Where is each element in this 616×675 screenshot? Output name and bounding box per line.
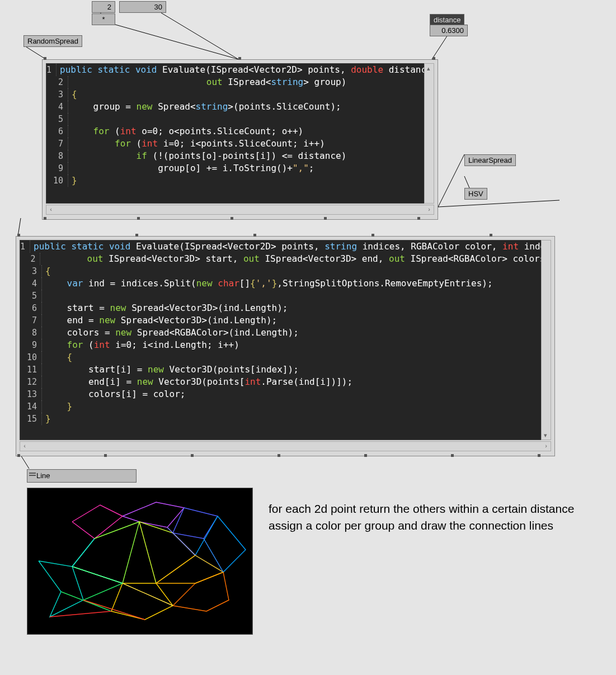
menu-icon[interactable]: [29, 473, 36, 478]
line-inlets: [29, 482, 135, 484]
svg-line-6: [464, 176, 469, 188]
node-line[interactable]: Line: [27, 469, 137, 483]
svg-line-15: [167, 527, 195, 555]
iobox-value-distance[interactable]: 0.6300: [430, 25, 468, 36]
iobox-value-30[interactable]: 30: [119, 1, 166, 13]
scroll-right-icon[interactable]: ›: [542, 442, 551, 450]
svg-line-9: [21, 455, 29, 469]
svg-line-2: [161, 13, 238, 59]
svg-line-4: [432, 35, 448, 59]
scrollbar-vertical-2[interactable]: ▾: [541, 240, 551, 440]
svg-line-1: [111, 23, 238, 59]
scroll-down-icon[interactable]: ▾: [542, 431, 549, 440]
iobox-multiply[interactable]: *: [92, 13, 115, 25]
renderer-svg: [27, 488, 252, 634]
renderer-outlets: [29, 634, 250, 636]
svg-line-13: [72, 567, 123, 583]
svg-line-11: [83, 600, 145, 620]
code2-outlets: [17, 454, 552, 456]
svg-line-16: [204, 539, 223, 572]
code-editor-2[interactable]: 1public static void Evaluate(ISpread<Vec…: [20, 240, 551, 440]
scroll-left-icon[interactable]: ‹: [20, 442, 29, 450]
node-randomspread[interactable]: RandomSpread: [23, 35, 82, 47]
code-node-2[interactable]: 1public static void Evaluate(ISpread<Vec…: [16, 236, 555, 456]
scroll-right-icon[interactable]: ›: [425, 205, 434, 213]
code1-inlets: [44, 57, 435, 59]
scrollbar-horizontal[interactable]: ‹›: [46, 205, 434, 215]
code-node-1[interactable]: 1public static void Evaluate(ISpread<Vec…: [42, 59, 438, 220]
node-hsv[interactable]: HSV: [464, 188, 487, 200]
description-text: for each 2d point return the others with…: [269, 501, 582, 534]
renderer-output[interactable]: [27, 488, 253, 635]
code1-outlets: [44, 217, 435, 219]
scroll-left-icon[interactable]: ‹: [46, 205, 55, 213]
node-linearspread[interactable]: LinearSpread: [464, 154, 516, 166]
scroll-up-icon[interactable]: ▴: [425, 64, 432, 73]
code-editor-1[interactable]: 1public static void Evaluate(ISpread<Vec…: [46, 63, 434, 204]
iobox-value-2[interactable]: 2: [92, 1, 115, 13]
svg-line-3: [26, 47, 46, 59]
scrollbar-horizontal-2[interactable]: ‹›: [20, 441, 551, 451]
svg-line-12: [123, 583, 173, 606]
iobox-label-distance: distance: [430, 14, 464, 26]
svg-line-14: [72, 539, 95, 567]
scrollbar-vertical[interactable]: ▴: [424, 63, 434, 204]
code2-inlets: [17, 234, 552, 236]
